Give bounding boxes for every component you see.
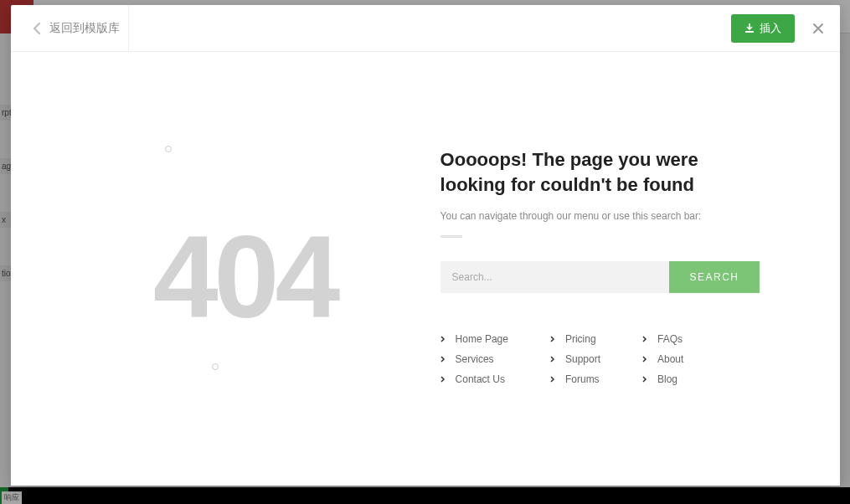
chevron-right-icon (550, 336, 555, 342)
back-label: 返回到模版库 (49, 21, 120, 36)
svg-rect-11 (745, 31, 754, 33)
chevron-left-icon (33, 23, 41, 34)
preview-left: 404 (91, 124, 399, 430)
chevron-right-icon (550, 356, 555, 363)
chevron-right-icon (642, 376, 647, 383)
back-button[interactable]: 返回到模版库 (24, 5, 129, 52)
nav-link-label: Contact Us (456, 373, 505, 385)
chevron-right-icon (440, 336, 446, 342)
download-icon (744, 23, 755, 33)
nav-link-label: Pricing (565, 333, 596, 345)
nav-link-label: Forums (565, 373, 600, 385)
nav-link[interactable]: Forums (550, 373, 600, 385)
template-modal: 返回到模版库 插入 404 Ooooops! The page you were… (11, 5, 840, 486)
nav-link-label: FAQs (657, 333, 683, 345)
template-preview: 404 Ooooops! The page you were looking f… (41, 74, 810, 464)
modal-overlay: 返回到模版库 插入 404 Ooooops! The page you were… (0, 0, 850, 504)
link-columns: Home Page Services Contact Us Pricing Su… (440, 333, 760, 385)
decoration-circle-icon (165, 146, 172, 152)
close-icon (811, 22, 825, 35)
nav-link[interactable]: FAQs (642, 333, 683, 345)
insert-label: 插入 (760, 21, 781, 36)
chevron-right-icon (642, 356, 647, 363)
chevron-right-icon (550, 376, 555, 383)
nav-link[interactable]: Home Page (440, 333, 508, 345)
nav-link-label: Home Page (456, 333, 508, 345)
nav-link-label: Support (565, 353, 600, 365)
link-col-2: Pricing Support Forums (550, 333, 600, 385)
search-button[interactable]: SEARCH (669, 261, 759, 293)
preview-right: Ooooops! The page you were looking for c… (440, 124, 760, 430)
nav-link-label: About (657, 353, 683, 365)
nav-link[interactable]: About (642, 353, 683, 365)
search-input[interactable] (440, 261, 670, 293)
nav-link[interactable]: Pricing (550, 333, 600, 345)
insert-button[interactable]: 插入 (731, 14, 795, 43)
decoration-circle-icon (212, 363, 219, 370)
nav-link-label: Blog (657, 373, 677, 385)
link-col-1: Home Page Services Contact Us (440, 333, 508, 385)
nav-link[interactable]: Contact Us (440, 373, 508, 385)
close-button[interactable] (810, 20, 827, 37)
nav-link[interactable]: Support (550, 353, 600, 365)
chevron-right-icon (642, 336, 647, 342)
search-row: SEARCH (440, 261, 760, 293)
divider (440, 235, 462, 238)
nav-link-label: Services (456, 353, 494, 365)
error-code: 404 (153, 209, 337, 345)
error-title: Ooooops! The page you were looking for c… (440, 147, 760, 197)
link-col-3: FAQs About Blog (642, 333, 683, 385)
chevron-right-icon (440, 376, 446, 383)
modal-header: 返回到模版库 插入 (11, 5, 840, 52)
chevron-right-icon (440, 356, 446, 363)
modal-body: 404 Ooooops! The page you were looking f… (11, 52, 840, 486)
error-subtitle: You can navigate through our menu or use… (440, 210, 760, 222)
nav-link[interactable]: Blog (642, 373, 683, 385)
nav-link[interactable]: Services (440, 353, 508, 365)
